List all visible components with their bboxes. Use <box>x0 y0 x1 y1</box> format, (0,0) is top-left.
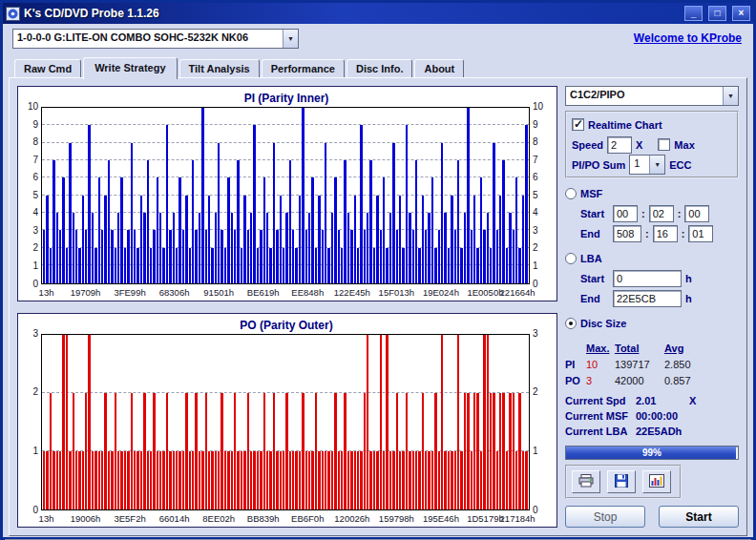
po-bar <box>415 451 417 509</box>
pi-bar <box>178 177 180 282</box>
tab-about[interactable]: About <box>414 59 464 77</box>
x-tick-label: 19006h <box>71 513 101 524</box>
speed-max-checkbox[interactable] <box>658 138 670 151</box>
lba-end-input[interactable] <box>613 290 682 307</box>
pi-bar <box>224 248 226 283</box>
pipo-sum-arrow[interactable]: ▼ <box>649 156 664 174</box>
stop-button[interactable]: Stop <box>565 506 645 528</box>
pi-bar <box>305 230 307 282</box>
msf-start-sec-input[interactable] <box>649 205 674 222</box>
pi-bar <box>140 196 142 283</box>
lba-end-label: End <box>580 293 609 304</box>
pi-bar <box>88 125 90 282</box>
pi-bar <box>153 230 155 282</box>
po-bar <box>473 393 475 509</box>
pipo-sum-value: 1 <box>630 156 649 174</box>
y-tick-label: 9 <box>32 120 38 130</box>
po-bar <box>234 393 236 509</box>
pi-bar <box>56 213 58 282</box>
po-bar <box>506 451 508 509</box>
po-bar <box>147 451 149 509</box>
tab-tilt-analysis[interactable]: Tilt Analysis <box>179 59 260 77</box>
po-bar <box>46 451 48 509</box>
po-bar <box>73 393 74 509</box>
po-bar <box>189 451 191 509</box>
disc-size-radio[interactable] <box>565 318 577 329</box>
po-bar <box>263 393 265 509</box>
start-button[interactable]: Start <box>659 506 739 528</box>
tab-raw-cmd[interactable]: Raw Cmd <box>14 59 81 77</box>
save-button[interactable] <box>607 470 636 493</box>
speed-input[interactable] <box>607 136 632 154</box>
po-bar <box>257 451 259 509</box>
mode-combo[interactable]: C1C2/PIPO ▼ <box>565 86 739 106</box>
pi-bar <box>392 143 394 283</box>
pi-bar <box>473 196 475 283</box>
lba-start-input[interactable] <box>613 270 682 287</box>
po-bar <box>347 451 349 509</box>
po-bar <box>480 451 482 509</box>
pi-bar <box>327 248 329 283</box>
drive-combo[interactable]: 1-0-0-0 G:LITE-ON COMBO SOHC-5232K NK06 … <box>12 29 299 49</box>
x-tick-label: EE848h <box>291 287 324 298</box>
po-bar <box>389 451 391 509</box>
po-bar <box>311 451 313 509</box>
y-tick-label: 1 <box>533 447 538 456</box>
tab-write-strategy[interactable]: Write Strategy <box>83 57 177 79</box>
po-bar <box>241 451 242 509</box>
msf-end-frame-input[interactable] <box>688 225 713 242</box>
po-bar <box>173 451 175 509</box>
pi-bar <box>493 143 494 283</box>
pi-bar <box>69 143 71 283</box>
maximize-button[interactable]: □ <box>708 6 726 21</box>
msf-end-sec-input[interactable] <box>653 225 678 242</box>
pipo-sum-combo[interactable]: 1 ▼ <box>629 155 665 175</box>
pi-bar <box>257 248 259 283</box>
pi-bar <box>318 196 320 283</box>
po-bar <box>169 451 171 509</box>
realtime-chart-checkbox[interactable] <box>572 118 584 131</box>
pi-bar <box>108 160 110 282</box>
msf-start-frame-input[interactable] <box>684 205 709 222</box>
pi-bar <box>480 177 482 282</box>
save-chart-image-button[interactable] <box>642 470 671 493</box>
pi-bar <box>166 125 168 282</box>
po-bar <box>460 451 462 509</box>
lba-radio[interactable] <box>565 253 577 264</box>
speed-unit-label: X <box>636 139 642 151</box>
drive-combo-arrow[interactable]: ▼ <box>283 30 298 48</box>
po-bar <box>108 451 110 509</box>
pi-bar <box>376 196 378 283</box>
current-msf-label: Current MSF <box>565 410 636 422</box>
po-bar <box>325 451 326 509</box>
disc-size-label: Disc Size <box>580 318 626 329</box>
minimize-button[interactable]: _ <box>684 6 703 21</box>
msf-end-min-input[interactable] <box>613 225 641 242</box>
po-bar <box>237 451 239 509</box>
pi-bar <box>487 213 489 282</box>
po-bar <box>85 393 87 509</box>
pi-bar <box>46 196 48 283</box>
pi-bar <box>515 177 517 282</box>
po-bar <box>457 335 459 510</box>
pi-bar <box>502 160 504 282</box>
pi-bar <box>409 213 410 282</box>
pi-bar <box>354 196 356 283</box>
y-tick-label: 6 <box>32 173 38 182</box>
msf-radio[interactable] <box>565 188 577 199</box>
pi-bar <box>350 230 352 282</box>
po-bar <box>308 451 310 509</box>
msf-start-min-input[interactable] <box>613 205 638 222</box>
pi-bar <box>124 248 126 283</box>
tab-performance[interactable]: Performance <box>262 59 345 77</box>
po-bar <box>412 451 414 509</box>
close-button[interactable]: × <box>732 6 750 21</box>
pi-bar <box>292 230 294 282</box>
welcome-link[interactable]: Welcome to KProbe <box>634 31 742 45</box>
app-icon[interactable] <box>6 7 20 21</box>
mode-combo-arrow[interactable]: ▼ <box>723 87 738 105</box>
pi-y-axis-right: 012345678910 <box>530 107 551 284</box>
pi-bar <box>357 248 359 283</box>
tab-disc-info[interactable]: Disc Info. <box>346 59 413 77</box>
print-button[interactable] <box>572 470 600 493</box>
